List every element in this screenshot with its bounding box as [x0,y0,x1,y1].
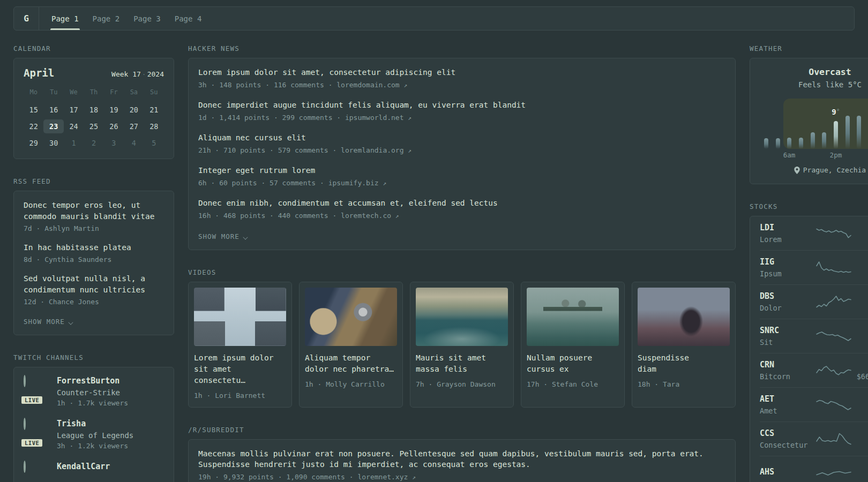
weather-bar [842,115,854,149]
twitch-channel-info: ForrestBurton Counter-Strike 1h · 1.7k v… [57,376,128,407]
video-meta: 1h · Molly Carrillo [305,380,397,388]
tab-page-4[interactable]: Page 4 [168,7,209,30]
stock-change: +1.36% [852,326,868,335]
weather-location-text: Prague, Czechia [803,166,866,174]
hn-story-domain-link[interactable]: loremdomain.com ↗ [336,81,407,89]
video-thumbnail [305,288,397,346]
calendar-day: 30 [43,136,63,150]
stock-sparkline [815,465,852,481]
weather-chart: 9° [760,99,868,149]
tab-page-3[interactable]: Page 3 [126,7,168,30]
calendar-day: 24 [64,119,84,133]
rss-item-title[interactable]: In hac habitasse platea [24,242,164,253]
stock-ticker: CRN [760,360,815,370]
hn-meta-text: 1d · 1,414 points · 299 comments · [198,114,345,122]
twitch-channel-name: KendallCarr [57,462,110,472]
hn-story-domain-link[interactable]: loremtech.co ↗ [341,212,399,220]
subreddit-section: /R/SUBREDDIT Maecenas mollis pulvinar er… [188,426,736,482]
twitch-channel-row[interactable]: LIVE ForrestBurton Counter-Strike 1h · 1… [24,376,164,407]
reddit-meta-text: 19h · 9,932 points · 1,090 comments · [198,473,357,481]
hn-story-title[interactable]: Donec enim nibh, condimentum et accumsan… [198,198,725,208]
hn-story-title[interactable]: Donec imperdiet augue tincidunt felis al… [198,100,725,110]
weather-bar [795,115,807,149]
tab-page-2[interactable]: Page 2 [86,7,127,30]
twitch-channel-row[interactable]: LIVE Trisha League of Legends 3h · 1.2k … [24,419,164,450]
video-card[interactable]: Nullam posuere cursus ex 17h · Stefan Co… [521,282,625,408]
stock-price: $499.72 [852,406,868,415]
reddit-post-title[interactable]: Maecenas mollis pulvinar erat non posuer… [198,448,725,470]
hacker-news-section-title: HACKER NEWS [188,44,736,52]
weather-bar [818,115,830,149]
rss-item-title[interactable]: Donec tempor eros leo, ut commodo mauris… [24,200,164,222]
page-tabs: Page 1 Page 2 Page 3 Page 4 [39,7,208,30]
stock-row[interactable]: AHS +0.46% [760,456,868,482]
reddit-post-domain-link[interactable]: loremnet.xyz ↗ [357,473,415,481]
stock-row[interactable]: IIG Ipsum +2.84% $42.04 [760,251,868,285]
weather-bar [783,115,795,149]
twitch-channel-row[interactable]: KendallCarr [24,462,164,482]
rss-section: RSS FEED Donec tempor eros leo, ut commo… [13,177,174,335]
calendar-day: 27 [124,119,144,133]
twitch-channel-game: Counter-Strike [57,388,128,397]
stock-price: $42.04 [852,269,868,278]
stock-row[interactable]: SNRC Sit +1.36% $148.64 [760,319,868,353]
stocks-section: STOCKS LDI Lorem +4.35% $795.18 [750,202,868,482]
twitch-channel-meta: 3h · 1.2k viewers [57,442,133,450]
video-card[interactable]: Mauris sit amet massa felis 7h · Grayson… [410,282,514,408]
hn-story-domain-link[interactable]: ipsumify.biz ↗ [328,179,386,187]
video-card[interactable]: Aliquam tempor dolor nec pharetra… 1h · … [299,282,403,408]
rss-show-more-button[interactable]: SHOW MORE [24,318,74,326]
stock-row[interactable]: DBS Dolor +1.42% $156.28 [760,285,868,319]
stock-row[interactable]: AET Amet +0.92% $499.72 [760,388,868,422]
hn-story-title[interactable]: Aliquam nec cursus elit [198,132,725,143]
calendar-grid: MoTuWeThFrSaSu15161718192021222324252627… [24,86,164,150]
app-logo[interactable]: G [14,7,39,30]
external-link-icon: ↗ [404,82,408,89]
stock-row[interactable]: LDI Lorem +4.35% $795.18 [760,216,868,251]
video-card[interactable]: Lorem ipsum dolor sit amet consectetu… 1… [188,282,292,408]
hn-story-domain-link[interactable]: ipsumworld.net ↗ [345,114,411,122]
video-title: Mauris sit amet massa felis [416,352,508,375]
stock-row[interactable]: CCS Consectetur +0.51% $165.84 [760,422,868,456]
weather-bar [760,115,772,149]
stock-ticker: DBS [760,291,815,301]
calendar-day: 5 [144,136,164,150]
calendar-month: April [24,67,54,79]
stock-ticker: AHS [760,467,815,477]
stock-row[interactable]: CRN Bitcorn -1.00% $66,171.48 [760,353,868,388]
calendar-section: CALENDAR April Week 17·2024 MoTuWeThFrSa… [13,44,174,159]
calendar-day: 26 [104,119,124,133]
hn-story-title[interactable]: Lorem ipsum dolor sit amet, consectetur … [198,67,725,78]
hacker-news-widget: Lorem ipsum dolor sit amet, consectetur … [188,58,736,250]
weather-widget: Overcast Feels like 5°C 9° 6am2pm10pm Pr… [750,58,868,184]
hn-story-title[interactable]: Integer eget rutrum lorem [198,165,725,176]
calendar-day: 18 [84,103,103,117]
hn-story-domain-link[interactable]: loremlandia.org ↗ [341,146,411,154]
calendar-day: 15 [24,103,43,117]
video-card[interactable]: Suspendisse diam 18h · Tara [632,282,736,408]
rss-item-meta: 12d · Chance Jones [24,298,164,306]
stocks-widget: LDI Lorem +4.35% $795.18 IIG Ipsum [750,216,868,482]
hn-story-meta: 3h · 148 points · 116 comments · loremdo… [198,81,725,89]
calendar-day-selected: 23 [43,119,63,133]
calendar-day: 1 [64,136,84,150]
calendar-weekday: Tu [43,86,63,100]
rss-item-title[interactable]: Sed volutpat nulla nisl, a condimentum n… [24,273,164,296]
avatar-wrap: LIVE [24,376,48,401]
subreddit-section-title: /R/SUBREDDIT [188,426,736,434]
hn-show-more-button[interactable]: SHOW MORE [198,232,249,240]
hn-story: Donec imperdiet augue tincidunt felis al… [198,100,725,122]
rss-item: Donec tempor eros leo, ut commodo mauris… [24,200,164,233]
twitch-section: TWITCH CHANNELS LIVE ForrestBurton Count… [13,353,174,482]
twitch-channel-meta: 1h · 1.7k viewers [57,399,128,407]
twitch-channel-game: League of Legends [57,431,133,440]
hn-story-meta: 6h · 60 points · 57 comments · ipsumify.… [198,179,725,187]
video-title: Aliquam tempor dolor nec pharetra… [305,352,397,375]
calendar-day: 17 [64,103,84,117]
calendar-day: 25 [84,119,103,133]
tab-page-1[interactable]: Page 1 [44,7,86,30]
calendar-weekday: Sa [124,86,144,100]
calendar-day: 29 [24,136,43,150]
twitch-channel-name: Trisha [57,419,133,429]
stock-sparkline [815,396,852,412]
